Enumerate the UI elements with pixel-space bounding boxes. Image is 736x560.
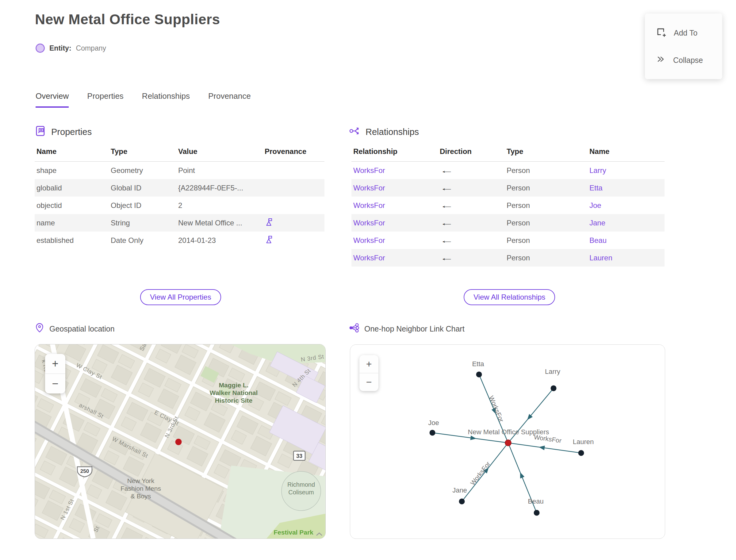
property-name: shape: [35, 166, 109, 175]
collapse-button[interactable]: Collapse: [645, 47, 722, 74]
property-provenance: [263, 200, 323, 211]
tab[interactable]: Properties: [87, 91, 124, 108]
add-to-button[interactable]: Add To: [645, 19, 722, 47]
graph-node[interactable]: [430, 430, 435, 436]
link-chart-panel[interactable]: EttaLarryJoeLaurenJaneBeauNew Metal Offi…: [350, 344, 665, 539]
provenance-flag-icon[interactable]: [265, 237, 273, 246]
related-entity-type: Person: [505, 166, 588, 175]
col-header-provenance: Provenance: [263, 147, 323, 156]
property-name: name: [35, 219, 109, 227]
relationships-section-header: Relationships: [349, 125, 419, 139]
view-all-properties-button[interactable]: View All Properties: [140, 289, 221, 305]
property-name: globalid: [35, 184, 109, 192]
graph-node-label: Jane: [452, 486, 467, 494]
graph-center-node[interactable]: [505, 440, 511, 446]
property-provenance: [263, 217, 323, 228]
related-entity-link[interactable]: Jane: [589, 219, 605, 227]
relationship-type-link[interactable]: WorksFor: [353, 219, 385, 227]
entity-detail-page: New Metal Office Suppliers Entity: Compa…: [0, 0, 736, 560]
relationship-row: WorksFor ← Person Larry: [351, 162, 665, 179]
property-provenance: [263, 182, 323, 194]
actions-popover: Add To Collapse: [645, 13, 722, 79]
graph-node[interactable]: [578, 450, 584, 456]
tab[interactable]: Relationships: [142, 91, 190, 108]
map-zoom-control: + −: [45, 354, 65, 393]
property-row: globalid Global ID {A228944F-0EF5-...: [35, 179, 324, 197]
related-entity-link[interactable]: Lauren: [589, 254, 612, 262]
related-entity-type: Person: [505, 201, 588, 210]
relationship-type-link[interactable]: WorksFor: [353, 184, 385, 192]
graph-node[interactable]: [476, 372, 482, 378]
property-type: Object ID: [109, 201, 176, 210]
direction-arrow: ←: [440, 166, 454, 175]
related-entity-link[interactable]: Larry: [589, 166, 606, 175]
graph-edge: [508, 443, 581, 453]
graph-edge-arrow-icon: [539, 446, 545, 450]
related-entity-type: Person: [505, 219, 588, 227]
col-header-name: Name: [35, 147, 109, 156]
double-chevron-right-icon: [656, 55, 665, 66]
map-marker[interactable]: [175, 439, 182, 445]
related-entity-link[interactable]: Etta: [589, 184, 603, 192]
property-type: Date Only: [109, 236, 176, 245]
graph-labels: EttaLarryJoeLaurenJaneBeauNew Metal Offi…: [428, 360, 594, 505]
link-chart-zoom-in-button[interactable]: +: [359, 355, 378, 373]
relationship-type-link[interactable]: WorksFor: [353, 236, 385, 244]
tab[interactable]: Overview: [36, 91, 69, 108]
related-entity-link[interactable]: Joe: [589, 201, 601, 209]
graph-node[interactable]: [459, 499, 465, 504]
relationships-icon: [349, 125, 361, 139]
relationship-row: WorksFor ← Person Jane: [351, 214, 665, 232]
relationship-row: WorksFor ← Person Joe: [351, 197, 665, 214]
direction-arrow: ←: [440, 254, 454, 262]
properties-section-title: Properties: [51, 127, 92, 137]
graph-edge-label: WorksFor: [488, 395, 505, 423]
graph-node[interactable]: [534, 510, 540, 516]
graph-node-label: Etta: [472, 360, 484, 368]
relationship-type-link[interactable]: WorksFor: [353, 166, 385, 175]
direction-arrow: ←: [440, 219, 454, 227]
entity-label: Entity:: [49, 44, 71, 52]
graph-node-label: Lauren: [573, 438, 594, 446]
col-header-type: Type: [109, 147, 176, 156]
tab[interactable]: Provenance: [208, 91, 251, 108]
link-chart-canvas[interactable]: EttaLarryJoeLaurenJaneBeauNew Metal Offi…: [350, 345, 664, 538]
one-hop-neighbor-icon: [349, 323, 359, 335]
view-all-relationships-button[interactable]: View All Relationships: [464, 289, 555, 305]
graph-node[interactable]: [551, 385, 557, 391]
property-row: name String New Metal Office ...: [35, 214, 324, 232]
map-canvas[interactable]: 250 33 k RdW Clay StSaarshall StE Clay S…: [35, 344, 325, 539]
property-type: Geometry: [109, 166, 176, 175]
relationship-type-link[interactable]: WorksFor: [353, 201, 385, 209]
entity-type-dot-icon: [36, 44, 45, 53]
graph-node-label: Larry: [545, 368, 560, 375]
relationship-row: WorksFor ← Person Lauren: [351, 249, 665, 267]
related-entity-link[interactable]: Beau: [589, 236, 607, 244]
map-pin-icon: [35, 323, 44, 335]
relationships-table-header: Relationship Direction Type Name: [351, 145, 665, 162]
map-zoom-in-button[interactable]: +: [45, 354, 65, 374]
graph-edge-label: WorksFor: [469, 460, 492, 487]
link-chart-zoom-out-button[interactable]: −: [359, 373, 378, 391]
link-chart-section-header: One-hop Neighbor Link Chart: [349, 323, 465, 335]
property-provenance: [263, 235, 323, 246]
relationship-type-link[interactable]: WorksFor: [353, 254, 385, 262]
tab-bar: Overview Properties Relationships Proven…: [36, 91, 251, 108]
properties-table: Name Type Value Provenance shape Geometr…: [35, 145, 324, 249]
direction-arrow: ←: [440, 201, 454, 210]
col-header-direction: Direction: [438, 147, 505, 156]
col-header-type: Type: [505, 147, 588, 156]
property-row: established Date Only 2014-01-23: [35, 232, 324, 249]
property-type: Global ID: [109, 184, 176, 192]
map-zoom-out-button[interactable]: −: [45, 374, 65, 393]
provenance-flag-icon[interactable]: [265, 220, 273, 228]
relationships-table: Relationship Direction Type Name WorksFo…: [351, 145, 665, 267]
us-route-number: 250: [80, 468, 89, 474]
map-panel[interactable]: 250 33 k RdW Clay StSaarshall StE Clay S…: [35, 344, 326, 539]
related-entity-type: Person: [505, 254, 588, 262]
property-value: New Metal Office ...: [176, 219, 263, 227]
state-route-number: 33: [296, 453, 302, 459]
graph-edge-arrow-icon: [470, 435, 476, 440]
property-value: Point: [176, 166, 263, 175]
add-to-label: Add To: [674, 29, 697, 37]
